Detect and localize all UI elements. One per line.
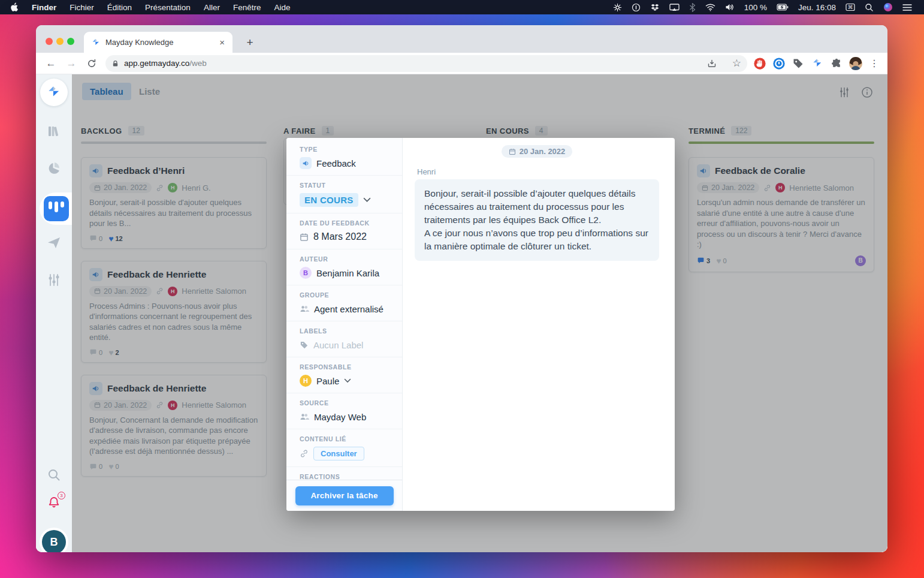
tag-extension-icon[interactable] [790,56,806,71]
tab-close-icon[interactable]: × [218,37,227,47]
field-label: DATE DU FEEDBACK [300,219,395,227]
field-date-feedback: DATE DU FEEDBACK 8 Mars 2022 [286,213,402,249]
sidebar-search[interactable] [36,463,72,487]
menu-item-fichier[interactable]: Fichier [63,3,101,12]
modal-footer: Archiver la tâche [286,480,402,511]
reload-button[interactable] [83,55,100,72]
menu-item-edition[interactable]: Édition [101,3,138,12]
airplay-display-icon[interactable] [665,3,684,12]
field-statut: STATUT EN COURS [286,176,402,213]
new-tab-button[interactable]: + [242,35,258,50]
battery-icon [772,4,793,11]
message-author: Henri [417,167,659,176]
status-chip[interactable]: EN COURS [300,193,358,207]
pie-chart-icon [47,161,61,176]
calendar-icon [509,148,516,155]
tab-strip: Mayday Knowledge × + [36,25,887,53]
field-labels: LABELS Aucun Label [286,321,402,357]
field-auteur: AUTEUR B Benjamin Karila [286,249,402,285]
group-icon [300,305,309,313]
dropbox-icon[interactable] [645,3,665,12]
field-reactions: REACTIONS ♥ 12 [286,467,402,480]
zoom-window-button[interactable] [67,38,74,45]
field-label: STATUT [300,182,395,189]
menu-item-aide[interactable]: Aide [267,3,297,12]
sidebar-item-settings[interactable] [36,268,72,292]
field-label: LABELS [300,327,395,335]
field-label: GROUPE [300,291,395,299]
bookmark-star-icon[interactable]: ☆ [732,58,741,68]
field-label: CONTENU LIÉ [300,435,395,442]
settings-flower-icon[interactable] [608,3,627,12]
sidebar-item-analytics[interactable] [36,156,72,180]
tab-title: Mayday Knowledge [105,38,213,47]
notification-badge: 3 [58,492,65,499]
address-bar[interactable]: app.getmayday.co/web ☆ [105,55,747,72]
onepassword-extension-icon[interactable] [771,56,787,71]
menu-item-presentation[interactable]: Présentation [138,3,197,12]
app-sidebar: 3 B [36,74,72,552]
control-center-list-icon[interactable] [898,4,917,11]
close-window-button[interactable] [46,38,53,45]
field-type: TYPE Feedback [286,140,402,176]
library-icon [47,124,61,139]
app-content: 3 B Tableau Liste [36,74,887,552]
paper-plane-icon [47,236,61,250]
profile-avatar[interactable] [848,56,863,71]
field-value[interactable]: Paule [316,376,339,386]
field-value[interactable]: Agent externalisé [314,304,384,314]
sidebar-item-board-active[interactable] [44,196,69,221]
menu-item-fenetre[interactable]: Fenêtre [227,3,268,12]
wifi-icon[interactable] [700,3,720,11]
spotlight-search-icon[interactable] [860,3,878,12]
minimize-window-button[interactable] [56,38,64,45]
send-to-device-icon[interactable] [707,59,717,68]
consulter-button[interactable]: Consulter [313,447,364,460]
sliders-icon [47,273,61,287]
sidebar-notifications[interactable]: 3 [36,490,72,514]
svg-text:⌘: ⌘ [848,4,853,10]
field-value[interactable]: Aucun Label [313,340,363,350]
link-icon [300,449,309,458]
adblock-extension-icon[interactable] [752,56,768,71]
chevron-down-icon[interactable] [363,197,371,203]
lock-icon[interactable] [111,59,119,68]
sidebar-item-library[interactable] [36,119,72,143]
menu-bar: Finder Fichier Édition Présentation Alle… [0,0,924,14]
field-label: REACTIONS [300,473,395,480]
menubar-clock[interactable]: Jeu. 16:08 [793,3,841,12]
pause-circle-icon[interactable] [627,3,645,12]
sidebar-user-avatar[interactable]: B [42,530,66,552]
field-groupe: GROUPE Agent externalisé [286,285,402,321]
tag-icon [300,341,309,350]
thread-date-pill: 20 Jan. 2022 [502,145,573,158]
author-avatar: B [300,267,312,279]
chevron-down-icon[interactable] [344,378,351,383]
forward-button[interactable]: → [63,55,80,72]
mayday-logo[interactable] [40,79,68,106]
back-button[interactable]: ← [43,55,59,72]
field-label: TYPE [300,146,395,153]
task-properties-panel: TYPE Feedback STATUT EN COURS [286,138,403,511]
browser-toolbar: ← → app.getmayday.co/web ☆ [36,53,887,74]
task-detail-modal: TYPE Feedback STATUT EN COURS [286,138,675,511]
menu-item-finder[interactable]: Finder [25,3,63,12]
task-thread-panel: 20 Jan. 2022 Henri Bonjour, serait-il po… [403,138,675,511]
siri-icon[interactable] [878,2,898,12]
chrome-menu-icon[interactable]: ⋮ [867,58,881,69]
mayday-extension-icon[interactable] [810,56,825,71]
volume-icon[interactable] [720,3,739,11]
extensions-puzzle-icon[interactable] [829,56,844,71]
keyboard-viewer-icon[interactable]: ⌘ [841,3,860,11]
field-responsable: RESPONSABLE H Paule [286,357,402,393]
field-label: AUTEUR [300,255,395,263]
battery-percentage: 100 % [739,3,772,12]
browser-tab[interactable]: Mayday Knowledge × [84,32,232,53]
apple-menu-icon[interactable] [11,2,19,12]
archive-task-button[interactable]: Archiver la tâche [295,486,394,505]
sidebar-item-publish[interactable] [36,231,72,255]
field-value[interactable]: 8 Mars 2022 [313,231,367,242]
bluetooth-icon[interactable] [684,3,700,12]
menu-item-aller[interactable]: Aller [197,3,227,12]
kanban-icon [49,201,52,209]
